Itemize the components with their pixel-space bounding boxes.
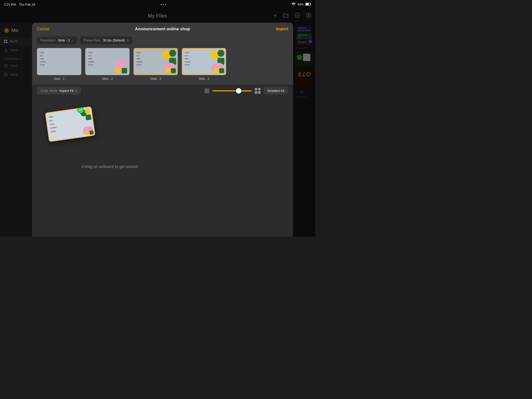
slide-text-2: Visitournewonlineshop xyxy=(88,51,94,66)
updown-icon: ⇅ xyxy=(126,39,129,42)
battery-display: 64% xyxy=(298,3,303,6)
grid-view-icon[interactable] xyxy=(255,88,261,94)
svg-rect-1 xyxy=(306,3,309,5)
scale-mode-label: Scale Mode xyxy=(40,89,57,93)
slide-item-1[interactable]: Visitournewonlineshop Slide - 1 xyxy=(37,48,81,81)
slides-grid: Visitournewonlineshop Slide - 1 Visitour… xyxy=(32,48,293,84)
wifi-icon xyxy=(292,3,296,6)
svg-rect-2 xyxy=(311,4,311,5)
slide-thumb-4[interactable]: Visitournewonlineshop xyxy=(182,48,226,75)
modal-controls: Resolution Slide - 3 ⌄ Frame Rate 30 fps… xyxy=(32,34,293,48)
framerate-value: 30 fps (Default) xyxy=(103,38,125,42)
slide-label-3: Slide - 3 xyxy=(150,77,161,81)
slider-track xyxy=(212,90,252,91)
slide-thumb-2[interactable]: Visitournewonlineshop xyxy=(85,48,130,75)
chevron-down-icon: ⌄ xyxy=(71,39,74,42)
slide-thumb-1[interactable]: Visitournewonlineshop xyxy=(37,48,81,75)
modal-toolbar: Scale Mode Aspect Fit ⇅ Deselect All xyxy=(32,84,293,97)
scale-mode-value: Aspect Fit xyxy=(59,89,74,93)
slider-thumb[interactable] xyxy=(236,88,241,94)
modal-dialog: Cancel Announcement online shop Import R… xyxy=(32,23,293,236)
modal-title: Announcement online shop xyxy=(135,27,190,32)
slide-text-4: Visitournewonlineshop xyxy=(185,51,191,66)
slide-item-2[interactable]: Visitournewonlineshop Slide - 2 xyxy=(85,48,130,81)
slide-label-4: Slide - 4 xyxy=(199,77,209,81)
status-bar: 2:21 PM Thu Feb 29 64% xyxy=(0,0,315,9)
drop-zone[interactable]: +4 Visitournewonlineshop d drag an artbo… xyxy=(32,97,293,236)
drag-card-text: Visitournewonlineshop xyxy=(48,114,57,133)
slide-text-1: Visitournewonlineshop xyxy=(40,51,46,66)
deselect-all-button[interactable]: Deselect All xyxy=(264,87,288,95)
three-dots-indicator xyxy=(161,4,166,5)
scale-mode-control[interactable]: Scale Mode Aspect Fit ⇅ xyxy=(37,87,81,95)
framerate-label: Frame Rate xyxy=(83,38,100,42)
slide-item-4[interactable]: Visitournewonlineshop Slide - 4 xyxy=(182,48,226,81)
size-slider[interactable] xyxy=(212,90,252,91)
time-display: 2:21 PM xyxy=(4,3,16,6)
resolution-value: Slide - 3 xyxy=(58,38,70,42)
slide-item-3[interactable]: Visitournewonlineshop Slide - 3 xyxy=(133,48,178,81)
resolution-picker[interactable]: Resolution Slide - 3 ⌄ xyxy=(37,36,77,44)
slide-label-1: Slide - 1 xyxy=(54,77,65,81)
slide-thumb-3[interactable]: Visitournewonlineshop xyxy=(133,48,178,75)
framerate-picker[interactable]: Frame Rate 30 fps (Default) ⇅ xyxy=(80,36,132,44)
drag-card: +4 Visitournewonlineshop xyxy=(45,106,96,142)
cancel-button[interactable]: Cancel xyxy=(37,27,49,31)
slide-label-2: Slide - 2 xyxy=(102,77,113,81)
drop-hint-text: d drag an artboard to get started xyxy=(81,165,138,169)
import-button[interactable]: Import xyxy=(276,27,288,31)
modal-header: Cancel Announcement online shop Import xyxy=(32,23,293,34)
slide-text-3: Visitournewonlineshop xyxy=(136,51,142,66)
date-display: Thu Feb 29 xyxy=(19,3,35,6)
scale-updown-icon: ⇅ xyxy=(75,89,77,93)
resolution-label: Resolution xyxy=(40,38,55,42)
small-color-swatch xyxy=(204,88,209,93)
battery-icon xyxy=(305,3,311,6)
